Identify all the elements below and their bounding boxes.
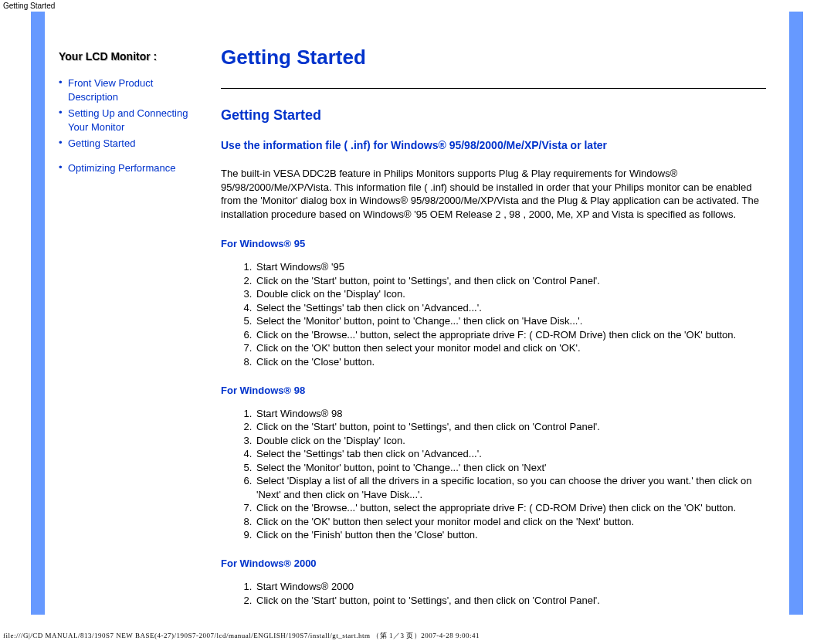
footer-path: file:///G|/CD MANUAL/813/190S7 NEW BASE(…	[3, 631, 480, 641]
step-item: Click on the 'OK' button then select you…	[255, 515, 766, 529]
step-item: Select the 'Monitor' button, point to 'C…	[255, 461, 766, 475]
step-item: Select the 'Settings' tab then click on …	[255, 447, 766, 461]
instruction-heading: Use the information file ( .inf) for Win…	[221, 139, 766, 151]
sidebar-link-getting-started[interactable]: • Getting Started	[59, 137, 205, 151]
sidebar: Your LCD Monitor : • Front View Product …	[45, 12, 213, 615]
os-section-heading: For Windows® 2000	[221, 558, 766, 569]
left-accent-bar	[31, 12, 45, 615]
page-body: Your LCD Monitor : • Front View Product …	[31, 12, 803, 615]
sidebar-link-setting-up[interactable]: • Setting Up and Connecting Your Monitor	[59, 107, 205, 134]
bullet-icon: •	[59, 161, 68, 175]
sidebar-link-label[interactable]: Setting Up and Connecting Your Monitor	[68, 107, 205, 134]
sidebar-link-label[interactable]: Getting Started	[68, 137, 135, 151]
step-item: Click on the 'Start' button, point to 'S…	[255, 594, 766, 608]
step-item: Click on the 'Close' button.	[255, 355, 766, 369]
bullet-icon: •	[59, 107, 68, 134]
sidebar-link-label[interactable]: Front View Product Description	[68, 76, 205, 103]
step-item: Start Windows® '95	[255, 260, 766, 274]
os-section-heading: For Windows® 95	[221, 238, 766, 249]
sidebar-link-optimizing[interactable]: • Optimizing Performance	[59, 161, 205, 175]
step-item: Click on the 'Start' button, point to 'S…	[255, 274, 766, 288]
step-item: Click on the 'Finish' button then the 'C…	[255, 528, 766, 542]
step-item: Double click on the 'Display' Icon.	[255, 434, 766, 448]
step-item: Select the 'Settings' tab then click on …	[255, 301, 766, 315]
page-title: Getting Started	[221, 46, 766, 69]
step-item: Click on the 'Browse...' button, select …	[255, 328, 766, 342]
steps-list: Start Windows® 2000Click on the 'Start' …	[221, 580, 766, 607]
step-item: Click on the 'OK' button then select you…	[255, 341, 766, 355]
steps-list: Start Windows® '95Click on the 'Start' b…	[221, 260, 766, 368]
main-content: Getting Started Getting Started Use the …	[213, 12, 789, 615]
section-subtitle: Getting Started	[221, 107, 766, 124]
bullet-icon: •	[59, 76, 68, 103]
browser-title: Getting Started	[0, 0, 834, 12]
step-item: Start Windows® 98	[255, 407, 766, 421]
step-item: Select 'Display a list of all the driver…	[255, 474, 766, 501]
step-item: Click on the 'Start' button, point to 'S…	[255, 420, 766, 434]
os-section-heading: For Windows® 98	[221, 385, 766, 396]
sidebar-link-front-view[interactable]: • Front View Product Description	[59, 76, 205, 103]
divider	[221, 88, 766, 89]
steps-list: Start Windows® 98Click on the 'Start' bu…	[221, 407, 766, 542]
step-item: Double click on the 'Display' Icon.	[255, 287, 766, 301]
step-item: Start Windows® 2000	[255, 580, 766, 594]
sidebar-link-label[interactable]: Optimizing Performance	[68, 161, 175, 175]
step-item: Select the 'Monitor' button, point to 'C…	[255, 314, 766, 328]
bullet-icon: •	[59, 137, 68, 151]
intro-paragraph: The built-in VESA DDC2B feature in Phili…	[221, 167, 766, 221]
right-accent-bar	[789, 12, 803, 615]
step-item: Click on the 'Browse...' button, select …	[255, 501, 766, 515]
sidebar-title: Your LCD Monitor :	[59, 50, 205, 63]
